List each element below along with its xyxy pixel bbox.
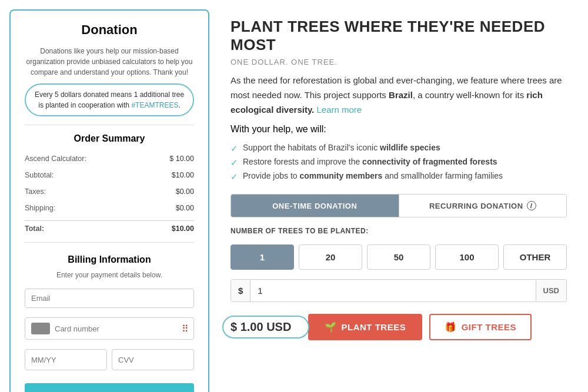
donation-tabs: ONE-TIME DONATION RECURRING DONATION i <box>230 194 567 217</box>
gift-trees-button[interactable]: 🎁 GIFT TREES <box>429 314 532 340</box>
tree-btn-1[interactable]: 1 <box>230 244 294 270</box>
amount-currency: USD <box>536 280 566 301</box>
gift-icon: 🎁 <box>445 321 457 333</box>
checklist-text-3: Provide jobs to community members and sm… <box>243 171 503 180</box>
tree-btn-other[interactable]: OTHER <box>503 244 567 270</box>
amount-dollar-symbol: $ <box>231 280 250 301</box>
checklist-item-1: ✓ Support the habitats of Brazil's iconi… <box>230 143 567 154</box>
card-details-row <box>25 349 194 370</box>
amount-row: $ USD <box>230 279 567 302</box>
plant-trees-button[interactable]: 🌱 PLANT TREES <box>308 314 422 340</box>
order-summary-title: Order Summary <box>25 133 194 144</box>
will-label: With your help, we will: <box>230 124 567 135</box>
main-title: PLANT TREES WHERE THEY'RE NEEDED MOST <box>230 18 567 54</box>
mmyy-wrap <box>25 349 107 370</box>
card-number-wrap: ⠿ <box>25 317 194 340</box>
check-icon-2: ✓ <box>230 158 238 168</box>
trees-label: NUMBER OF TREES TO BE PLANTED: <box>230 227 567 235</box>
subtotal-label: Subtotal: <box>25 171 54 179</box>
divider-2 <box>25 242 194 243</box>
billing-title: Billing Information <box>25 254 194 265</box>
cvv-input[interactable] <box>118 356 188 364</box>
donation-description: Donations like yours help our mission-ba… <box>25 46 194 78</box>
plant-btn-label: PLANT TREES <box>342 322 406 332</box>
checklist-item-2: ✓ Restore forests and improve the connec… <box>230 157 567 168</box>
tree-btn-100[interactable]: 100 <box>435 244 499 270</box>
sub-title: ONE DOLLAR. ONE TREE. <box>230 58 567 66</box>
card-icon <box>31 323 50 334</box>
gift-btn-label: GIFT TREES <box>462 322 516 332</box>
checklist-item-3: ✓ Provide jobs to community members and … <box>230 171 567 182</box>
tab-recurring-label: RECURRING DONATION <box>429 202 523 210</box>
billing-subtitle: Enter your payment details below. <box>25 271 194 279</box>
checklist: ✓ Support the habitats of Brazil's iconi… <box>230 143 567 182</box>
order-row-total: Total: $10.00 <box>25 220 194 234</box>
mmyy-input[interactable] <box>31 356 101 364</box>
subtotal-value: $10.00 <box>172 171 194 179</box>
check-icon-1: ✓ <box>230 143 238 154</box>
total-label: Total: <box>25 225 44 233</box>
tab-one-time[interactable]: ONE-TIME DONATION <box>231 195 399 217</box>
order-row-item: Ascend Calculator: $ 10.00 <box>25 153 194 164</box>
divider <box>25 125 194 125</box>
teamtrees-link[interactable]: #TEAMTREES <box>131 101 178 109</box>
cvv-wrap <box>112 349 194 370</box>
description-text: As the need for reforestation is global … <box>230 73 567 117</box>
tab-recurring[interactable]: RECURRING DONATION i <box>399 195 567 217</box>
tree-btn-50[interactable]: 50 <box>367 244 430 270</box>
amount-input[interactable] <box>250 280 535 301</box>
order-row-shipping: Shipping: $0.00 <box>25 203 194 213</box>
order-item-label: Ascend Calculator: <box>25 155 86 163</box>
taxes-label: Taxes: <box>25 187 46 196</box>
desc-brazil: Brazil <box>389 90 413 100</box>
donation-panel: Donation Donations like yours help our m… <box>9 9 209 392</box>
teamtrees-banner: Every 5 dollars donated means 1 addition… <box>25 83 194 116</box>
card-dots-icon: ⠿ <box>182 323 189 334</box>
order-row-subtotal: Subtotal: $10.00 <box>25 170 194 180</box>
tree-count-buttons: 1 20 50 100 OTHER <box>230 244 567 270</box>
plant-icon: 🌱 <box>325 321 337 333</box>
order-row-taxes: Taxes: $0.00 <box>25 186 194 197</box>
checklist-text-2: Restore forests and improve the connecti… <box>243 157 497 166</box>
right-panel: PLANT TREES WHERE THEY'RE NEEDED MOST ON… <box>209 0 588 392</box>
tree-btn-20[interactable]: 20 <box>299 244 362 270</box>
shipping-label: Shipping: <box>25 204 55 212</box>
checklist-text-1: Support the habitats of Brazil's iconic … <box>243 143 440 152</box>
donate-button[interactable]: Donate <box>25 383 194 392</box>
desc-p2: , a country well-known for its <box>413 90 526 100</box>
action-row: $ 1.00 USD 🌱 PLANT TREES 🎁 GIFT TREES <box>230 314 567 340</box>
taxes-value: $0.00 <box>176 187 194 196</box>
shipping-value: $0.00 <box>176 204 194 212</box>
order-item-value: $ 10.00 <box>169 155 194 163</box>
price-display: $ 1.00 USD <box>230 320 301 334</box>
check-icon-3: ✓ <box>230 172 238 182</box>
card-number-input[interactable] <box>55 324 188 333</box>
total-value: $10.00 <box>172 225 194 233</box>
email-field[interactable] <box>25 289 194 308</box>
learn-more-link[interactable]: Learn more <box>316 105 362 115</box>
donation-title: Donation <box>25 22 194 38</box>
price-text: $ 1.00 USD <box>230 320 291 333</box>
info-icon: i <box>527 201 536 210</box>
